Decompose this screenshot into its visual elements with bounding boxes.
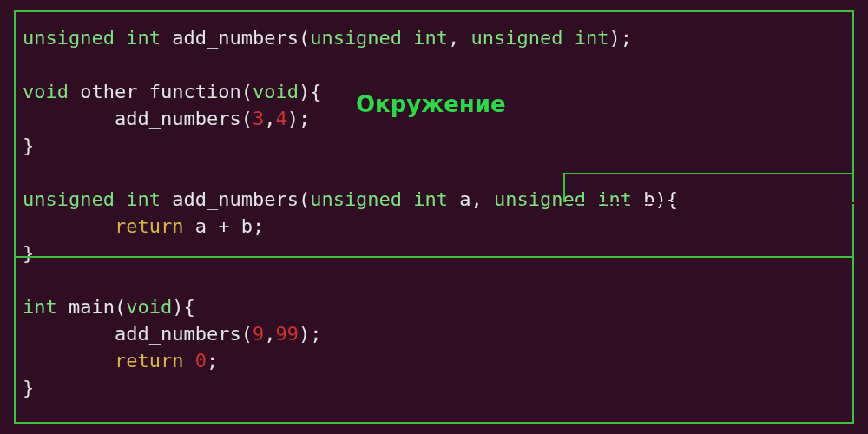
code-token: } (23, 377, 34, 398)
code-token: unsigned int (23, 27, 161, 49)
code-token (23, 215, 115, 237)
code-line (23, 51, 845, 78)
code-line: } (23, 374, 845, 401)
code-token: unsigned int (494, 188, 632, 210)
code-line: return a + b; (23, 213, 845, 240)
code-token: ){ (299, 81, 322, 102)
code-line: unsigned int add_numbers(unsigned int a,… (23, 186, 845, 213)
code-token: , (448, 27, 471, 49)
code-token: 99 (275, 323, 299, 345)
code-token: ; (207, 350, 218, 372)
code-token: other_function( (69, 81, 253, 102)
code-token: 3 (253, 108, 264, 129)
code-token: 4 (275, 108, 286, 129)
code-line: } (23, 240, 845, 266)
code-token: void (23, 81, 69, 102)
code-token: ){ (172, 296, 195, 318)
code-line: int main(void){ (23, 293, 845, 320)
code-block: unsigned int add_numbers(unsigned int, u… (23, 24, 845, 401)
code-token: void (126, 296, 172, 318)
code-line (23, 159, 845, 186)
code-token: } (23, 135, 34, 156)
code-line: return 0; (23, 347, 845, 374)
code-token: ); (287, 108, 311, 129)
code-token: ){ (655, 188, 679, 210)
code-token (23, 350, 115, 372)
code-token: unsigned int (310, 188, 448, 210)
code-token: unsigned int (471, 27, 609, 49)
code-line: } (23, 132, 845, 159)
code-token (183, 350, 194, 372)
code-token: int (23, 296, 57, 318)
code-line (23, 266, 845, 293)
code-token: } (23, 242, 34, 264)
code-token: 0 (195, 350, 207, 372)
code-token: add_numbers( (23, 108, 253, 129)
code-token: add_numbers( (161, 27, 310, 49)
code-token: void (253, 81, 299, 102)
code-token: unsigned int (23, 188, 161, 210)
code-token: a + b; (183, 215, 264, 237)
code-line: add_numbers(9,99); (23, 320, 845, 347)
code-token: , (264, 323, 275, 345)
code-token: main( (57, 296, 126, 318)
code-token: return (115, 215, 183, 237)
code-token: , (264, 108, 275, 129)
annotation-label: Окружение (356, 91, 506, 117)
environment-box: unsigned int add_numbers(unsigned int, u… (14, 10, 854, 424)
code-token: add_numbers( (23, 323, 253, 345)
code-token: unsigned int (310, 27, 448, 49)
code-token: ); (299, 323, 322, 345)
code-token: 9 (253, 323, 264, 345)
code-token: return (115, 350, 183, 372)
code-line: unsigned int add_numbers(unsigned int, u… (23, 24, 845, 51)
code-token: a, (448, 188, 494, 210)
code-token: add_numbers( (161, 188, 310, 210)
code-token: ); (609, 27, 633, 49)
code-token: b (632, 188, 655, 210)
